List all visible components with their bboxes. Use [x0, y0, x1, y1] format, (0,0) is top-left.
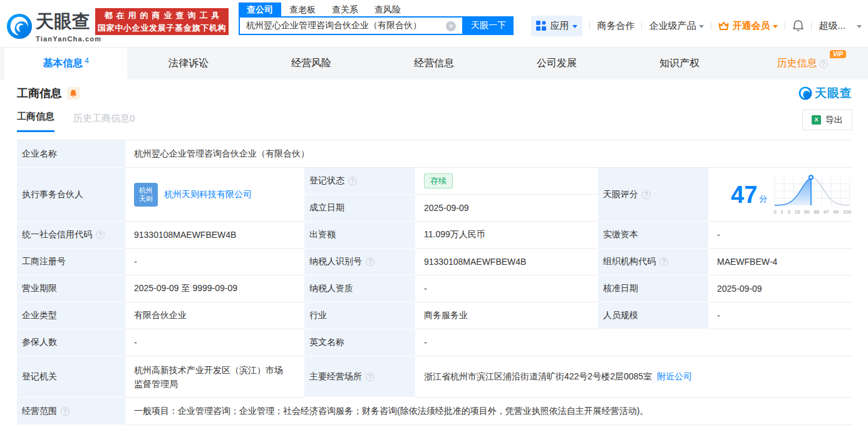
field-label-approval-date: 核准日期: [598, 275, 708, 302]
tab-0[interactable]: 基本信息4: [4, 48, 127, 80]
tianyancha-logo[interactable]: 天眼查 TianYanCha.com: [6, 9, 101, 43]
score-axis-label: 97: [824, 209, 829, 215]
tab-label: 知识产权: [659, 57, 700, 70]
tab-label: 法律诉讼: [168, 57, 209, 70]
search-button[interactable]: 天眼一下: [463, 16, 514, 35]
score-axis-label: 15: [794, 209, 800, 215]
promo-banner: 都在用的商业查询工具 国家中小企业发展子基金旗下机构: [95, 8, 229, 35]
clear-icon[interactable]: ✕: [446, 21, 456, 31]
field-label-reg-status: 登记状态?: [304, 168, 415, 195]
subtab-history-info[interactable]: 历史工商信息0: [73, 113, 135, 132]
search-tab-0[interactable]: 查公司: [239, 3, 281, 16]
apps-label: 应用: [550, 20, 569, 32]
field-value-reg-status: 存续: [415, 168, 598, 195]
tianyancha-logo-icon: [6, 13, 33, 39]
field-label-capital: 出资额: [304, 222, 415, 249]
score[interactable]: 47 分 0131550859799100: [708, 174, 852, 215]
tab-2[interactable]: 经营风险: [250, 48, 373, 80]
field-label-partner: 执行事务合伙人: [17, 168, 125, 222]
export-button[interactable]: X 导出: [802, 110, 852, 130]
search-tab-3[interactable]: 查风险: [366, 3, 409, 16]
table-row: 统一社会信用代码? 91330108MAEWFBEW4B 出资额 11.099万…: [17, 222, 852, 249]
field-label-insured-count: 参保人数: [17, 329, 125, 356]
business-info-table: 企业名称 杭州翌心企业管理咨询合伙企业（有限合伙） 执行事务合伙人 杭州天则 杭…: [17, 140, 852, 425]
table-row: 执行事务合伙人 杭州天则 杭州天则科技有限公司 登记状态? 存续 天眼评分? 4…: [17, 168, 852, 195]
score-axis-label: 0: [773, 209, 776, 215]
nav-vip-label: 开通会员: [732, 20, 770, 32]
divider: [811, 21, 812, 30]
search-tab-2[interactable]: 查关系: [324, 3, 366, 16]
table-row: 参保人数 - 英文名称 -: [17, 329, 852, 356]
field-value-reg-number: -: [125, 249, 304, 275]
tab-3[interactable]: 经营信息: [373, 48, 495, 80]
field-value-business-term: 2025-09-09 至 9999-09-09: [125, 275, 304, 302]
tab-4[interactable]: 公司发展: [495, 48, 618, 80]
partner-company-link[interactable]: 杭州天则科技有限公司: [164, 189, 252, 200]
chevron-down-icon: [572, 25, 577, 28]
score-chart: 0131550859799100: [773, 174, 851, 215]
field-label-business-scope: 经营范围?: [17, 398, 125, 425]
partner-logo: 杭州天则: [134, 183, 158, 207]
field-label-credit-code: 统一社会信用代码?: [17, 222, 125, 249]
help-icon[interactable]: ?: [348, 177, 357, 185]
search-tab-1[interactable]: 查老板: [281, 3, 324, 16]
field-value-reg-authority: 杭州高新技术产业开发区（滨江）市场监督管理局: [125, 356, 304, 398]
tab-5[interactable]: 知识产权: [618, 48, 741, 80]
table-row: 登记机关 杭州高新技术产业开发区（滨江）市场监督管理局 主要经营场所? 浙江省杭…: [17, 356, 852, 398]
help-icon[interactable]: ?: [659, 257, 668, 266]
top-header: 天眼查 TianYanCha.com 都在用的商业查询工具 国家中小企业发展子基…: [0, 0, 868, 47]
field-label-english-name: 英文名称: [304, 329, 415, 356]
banner-line2: 国家中小企业发展子基金旗下机构: [98, 23, 227, 34]
search-input[interactable]: [240, 18, 462, 34]
watermark-logo: 天眼查: [798, 85, 852, 101]
field-label-taxpayer-id: 纳税人识别号?: [304, 249, 415, 275]
chevron-down-icon: [699, 25, 704, 28]
nav-cooperation[interactable]: 商务合作: [597, 20, 634, 32]
field-value-industry: 商务服务业: [415, 302, 598, 329]
table-row: 工商注册号 - 纳税人识别号? 91330108MAEWFBEW4B 组织机构代…: [17, 249, 852, 275]
nav-vip[interactable]: 开通会员: [718, 20, 778, 32]
nav-enterprise-label: 企业级产品: [649, 20, 696, 32]
help-icon[interactable]: ?: [366, 257, 375, 266]
excel-icon: X: [812, 115, 821, 125]
help-icon[interactable]: ?: [366, 373, 375, 381]
help-icon[interactable]: ?: [642, 190, 651, 199]
apps-menu[interactable]: 应用: [531, 16, 582, 36]
tab-1[interactable]: 法律诉讼: [127, 48, 250, 80]
logo-title: 天眼查: [36, 9, 101, 34]
subtab-business-info[interactable]: 工商信息: [17, 111, 54, 132]
score-axis-label: 3: [787, 209, 790, 215]
field-value-insured-count: -: [125, 329, 304, 356]
bell-icon[interactable]: [792, 19, 804, 32]
subscribe-bell-icon[interactable]: [67, 87, 80, 100]
score-axis-label: 85: [814, 209, 819, 215]
help-icon[interactable]: ?: [819, 59, 828, 68]
nav-enterprise[interactable]: 企业级产品: [649, 20, 704, 32]
help-icon[interactable]: ?: [61, 407, 70, 416]
nav-account[interactable]: 超级...: [819, 20, 845, 32]
export-label: 导出: [825, 115, 843, 126]
vip-badge: VIP: [830, 50, 846, 58]
field-label-company-name: 企业名称: [17, 140, 125, 168]
field-value-staff-size: -: [708, 302, 852, 329]
field-label-taxpayer-quality: 纳税人资质: [304, 275, 415, 302]
field-label-industry: 行业: [304, 302, 415, 329]
nearby-companies-link[interactable]: 附近公司: [657, 371, 692, 383]
score-axis: 0131550859799100: [773, 209, 851, 215]
field-value-taxpayer-quality: -: [415, 275, 598, 302]
score-axis-label: 50: [804, 209, 810, 215]
company-tabbar: 基本信息4法律诉讼经营风险经营信息公司发展知识产权历史信息VIP?: [0, 47, 868, 80]
tab-label: 经营风险: [291, 57, 331, 70]
field-value-org-code: MAEWFBEW-4: [708, 249, 852, 275]
field-label-est-date: 成立日期: [304, 195, 415, 222]
score-unit: 分: [759, 193, 767, 205]
help-icon[interactable]: ?: [96, 230, 105, 239]
field-value-english-name: -: [415, 329, 852, 356]
section-title: 工商信息: [17, 86, 62, 101]
tab-6[interactable]: 历史信息VIP?: [741, 48, 864, 80]
banner-line1: 都在用的商业查询工具: [101, 10, 224, 21]
search-block: 查公司查老板查关系查风险 ✕ 天眼一下: [239, 3, 514, 35]
field-label-business-address: 主要经营场所?: [304, 356, 415, 398]
tab-label: 公司发展: [537, 57, 577, 70]
tab-label: 经营信息: [414, 57, 454, 70]
